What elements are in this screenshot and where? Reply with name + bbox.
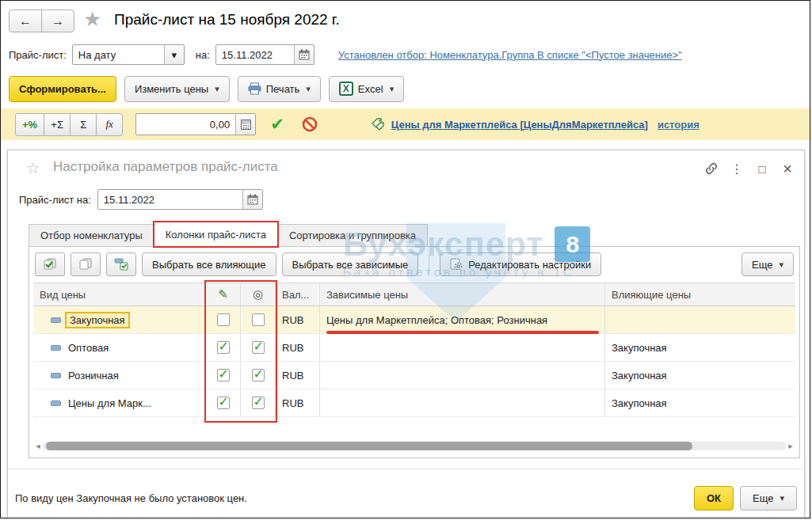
influencing-prices-cell: Закупочная (605, 334, 795, 361)
chevron-down-icon: ▾ (779, 260, 783, 270)
scroll-left-icon[interactable]: ◂ (33, 441, 43, 451)
price-types-table: Вид цены ✎ ◎ Вал... Зависимые цены Влияю… (33, 283, 795, 454)
back-button[interactable]: ← (9, 9, 42, 32)
edit-settings-label: Редактировать настройки (468, 259, 591, 271)
history-link[interactable]: история (658, 119, 700, 131)
column-price-type[interactable]: Вид цены (33, 283, 206, 306)
chevron-down-icon: ▾ (306, 84, 311, 94)
edit-checkbox[interactable] (217, 341, 230, 354)
visible-checkbox[interactable] (252, 313, 265, 326)
footer-more-label: Еще (753, 492, 773, 504)
scrollbar-thumb[interactable] (46, 442, 692, 450)
select-all-influencing-label: Выбрать все влияющие (152, 259, 266, 271)
pricelist-mode-select[interactable]: На дату ▾ (72, 44, 185, 65)
formula-button[interactable]: fx (96, 113, 123, 136)
column-edit[interactable]: ✎ (206, 283, 241, 306)
column-visible[interactable]: ◎ (241, 283, 276, 306)
table-row[interactable]: Оптовая RUB Закупочная (33, 334, 795, 362)
table-row[interactable]: Розничная RUB Закупочная (33, 362, 795, 389)
ok-button[interactable]: ОК (694, 486, 734, 511)
forward-button[interactable]: → (41, 9, 74, 32)
select-all-dependent-button[interactable]: Выбрать все зависимые (282, 252, 419, 276)
date-value: 15.11.2022 (216, 45, 294, 64)
add-sum-button[interactable]: +Σ (44, 113, 71, 136)
generate-button[interactable]: Сформировать... (9, 76, 116, 102)
pencil-icon: ✎ (218, 287, 228, 302)
chevron-down-icon: ▾ (172, 49, 177, 61)
visible-checkbox[interactable] (252, 341, 265, 354)
forward-icon: → (51, 14, 64, 28)
column-dependent[interactable]: Зависимые цены (320, 283, 605, 306)
calendar-icon (299, 49, 310, 60)
dialog-footer: По виду цен Закупочная не было установок… (8, 485, 804, 511)
edit-checkbox[interactable] (217, 397, 230, 409)
column-influencing[interactable]: Влияющие цены (605, 283, 795, 306)
price-type-name: Розничная (68, 370, 119, 381)
price-type-icon (51, 373, 61, 378)
invert-flags-icon (114, 258, 128, 271)
get-link-button[interactable] (701, 158, 722, 179)
select-all-influencing-button[interactable]: Выбрать все влияющие (142, 252, 276, 276)
cancel-prohibition-icon[interactable] (302, 116, 318, 132)
toolbar-separator (429, 255, 429, 274)
scroll-right-icon[interactable]: ▸ (786, 441, 795, 451)
chevron-down-icon: ▾ (780, 493, 784, 503)
printer-icon (248, 82, 261, 95)
dialog-menu-button[interactable]: ⋮ (726, 158, 747, 179)
favorite-star-icon[interactable]: ★ (83, 7, 101, 32)
change-prices-button[interactable]: Изменить цены ▾ (124, 76, 230, 102)
tab-nomenclature-filter[interactable]: Отбор номенклатуры (29, 224, 154, 247)
calculator-button[interactable] (235, 114, 255, 135)
sum-button[interactable]: Σ (70, 113, 97, 136)
pricelist-mode-dropdown-button[interactable]: ▾ (164, 45, 184, 64)
apply-check-icon[interactable]: ✔ (270, 115, 284, 134)
visible-checkbox[interactable] (252, 369, 265, 381)
chevron-down-icon: ▾ (215, 84, 219, 94)
visible-checkbox[interactable] (252, 397, 265, 409)
calendar-button[interactable] (294, 45, 314, 64)
amount-value: 0,00 (136, 114, 235, 135)
close-button[interactable]: × (777, 158, 798, 179)
edit-checkbox[interactable] (217, 369, 230, 381)
tab-pricelist-columns[interactable]: Колонки прайс-листа (154, 222, 278, 247)
set-all-flags-icon (43, 257, 57, 271)
tab-sorting-grouping[interactable]: Сортировка и группировка (277, 224, 428, 247)
date-field[interactable]: 15.11.2022 (215, 44, 315, 65)
change-prices-label: Изменить цены (135, 83, 208, 95)
gear-icon (450, 258, 463, 271)
table-row[interactable]: Закупочная RUB Цены для Маркетплейса; Оп… (33, 306, 795, 334)
price-type-icon (51, 400, 61, 406)
dialog-calendar-button[interactable] (242, 190, 262, 209)
excel-button[interactable]: X Excel ▾ (329, 76, 404, 102)
set-all-flags-button[interactable] (35, 252, 65, 276)
dialog-tabs: Отбор номенклатуры Колонки прайс-листа С… (29, 222, 427, 247)
dialog-date-field[interactable]: 15.11.2022 (97, 189, 263, 210)
dialog-favorite-star-icon[interactable]: ☆ (26, 159, 40, 177)
print-button[interactable]: Печать ▾ (238, 76, 321, 102)
scrollbar-track[interactable] (43, 442, 786, 450)
page-title: Прайс-лист на 15 ноября 2022 г. (114, 11, 340, 28)
add-percent-button[interactable]: +% (15, 113, 44, 136)
maximize-button[interactable]: □ (752, 158, 772, 179)
filter-set-link[interactable]: Установлен отбор: Номенклатура.Группа В … (338, 49, 682, 61)
filter-row: Прайс-лист: На дату ▾ на: 15.11.2022 Уст… (1, 40, 810, 69)
on-date-label: на: (196, 49, 210, 61)
nav-buttons: ← → (9, 9, 74, 32)
column-currency[interactable]: Вал... (276, 283, 320, 306)
price-type-icon (51, 345, 61, 351)
pricelist-label: Прайс-лист: (9, 49, 67, 61)
price-type-name: Цены для Марк... (68, 397, 151, 409)
clear-all-flags-button[interactable] (71, 252, 101, 276)
footer-more-button[interactable]: Еще ▾ (740, 486, 797, 511)
invert-flags-button[interactable] (106, 252, 136, 276)
price-type-link[interactable]: Цены для Маркетплейса [ЦеныДляМаркетплей… (391, 119, 648, 131)
panel-more-button[interactable]: Еще ▾ (741, 252, 794, 276)
table-row[interactable]: Цены для Марк... RUB Закупочная (33, 389, 795, 417)
clear-all-flags-icon (78, 257, 93, 271)
edit-settings-button[interactable]: Редактировать настройки (440, 252, 601, 276)
amount-input[interactable]: 0,00 (135, 113, 256, 135)
price-tags-icon (370, 117, 386, 131)
edit-checkbox[interactable] (217, 313, 230, 326)
horizontal-scrollbar[interactable]: ◂ ▸ (33, 440, 795, 452)
dialog-title: Настройка параметров прайс-листа (53, 159, 278, 175)
